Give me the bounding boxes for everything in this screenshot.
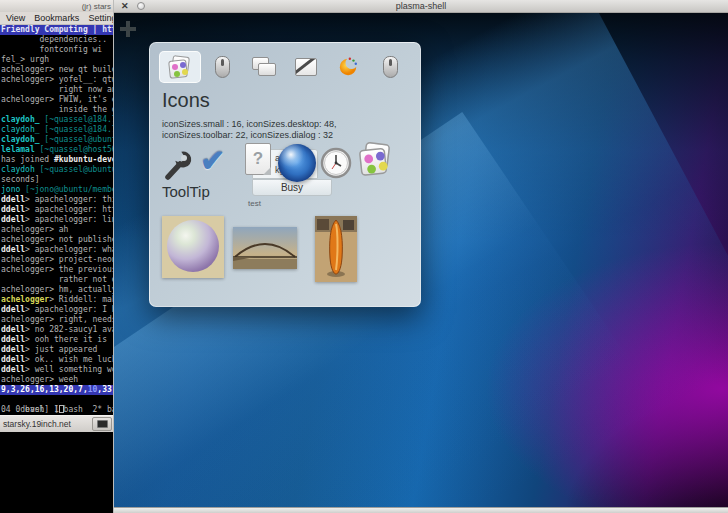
tab-icons[interactable]: [159, 51, 201, 83]
irc-line: achelogger> not published: [1, 235, 115, 245]
irc-line: claydoh_ [~quassel@ubuntu: [1, 135, 115, 145]
irc-line: fontconfig wi: [1, 45, 115, 55]
irc-line: ddell> apachelogger: line: [1, 215, 115, 225]
konsole-tabbar[interactable]: starsky.19inch.net: [0, 415, 115, 432]
mouse-icon: [215, 56, 230, 78]
plasma-shell-window: ✕ plasma-shell: [113, 0, 728, 513]
menu-item-view[interactable]: View: [6, 13, 25, 23]
icons-grid-icon: [169, 56, 191, 78]
new-terminal-button[interactable]: [92, 417, 112, 431]
irc-line: ddell> well something wor: [1, 365, 115, 375]
marble-thumbnail[interactable]: [162, 216, 224, 278]
notes-icon: [295, 58, 317, 76]
plasma-titlebar[interactable]: ✕ plasma-shell: [114, 0, 728, 13]
konsole-titlebar[interactable]: (jr) stars: [0, 0, 115, 12]
plasma-logo-icon: [337, 56, 359, 78]
konsole-title: (jr) stars: [82, 2, 111, 11]
irc-line: achelogger> FWIW, it's exa: [1, 95, 115, 105]
irc-line: jono [~jono@ubuntu/member: [1, 185, 115, 195]
tab-mouse-2[interactable]: [369, 51, 411, 83]
irc-line: ddell> no 282-saucy1 avail: [1, 325, 115, 335]
question-glyph: ?: [253, 149, 263, 169]
checkmark-icon: ✔: [200, 143, 225, 178]
plasma-desktop[interactable]: Icons iconSizes.small : 16, iconSizes.de…: [114, 13, 728, 507]
irc-topic-bar: Friendly Computing | htt: [0, 25, 115, 35]
mouse-icon: [383, 56, 398, 78]
irc-line: dependencies..: [1, 35, 115, 45]
menu-item-bookmarks[interactable]: Bookmarks: [34, 13, 79, 23]
icon-sizes-text: iconSizes.small : 16, iconSizes.desktop:…: [162, 119, 337, 141]
irc-line: claydoh_ [~quassel@184.75: [1, 115, 115, 125]
screen-status-bar: 04 0 bash 1 bash 2* bash: [0, 405, 115, 415]
dialog-tab-row: [159, 51, 411, 83]
irc-line: inside the qt5: [1, 105, 115, 115]
irc-line: achelogger> hm, actually: [1, 285, 115, 295]
irc-line: seconds]: [1, 175, 115, 185]
irc-line: rather not doi: [1, 275, 115, 285]
irc-line: achelogger> right, needs: [1, 315, 115, 325]
irc-line: achelogger> project-neon5-: [1, 255, 115, 265]
blue-marble-icon: [278, 144, 316, 182]
window-bottom-border: [114, 507, 728, 513]
icon-sizes-line2: iconSizes.toolbar: 22, iconSizes.dialog …: [162, 130, 337, 141]
marble-sphere: [167, 220, 219, 272]
tab-windows[interactable]: [243, 51, 285, 83]
wrench-icon: [160, 147, 196, 183]
irc-line: achelogger> yofel__: qtwe: [1, 75, 115, 85]
irc-line: achelogger> the previous: [1, 265, 115, 275]
window-title: plasma-shell: [114, 1, 728, 11]
tab-plasma[interactable]: [327, 51, 369, 83]
busy-label: Busy: [281, 182, 303, 193]
irc-line: ddell> just appeared: [1, 345, 115, 355]
bridge-photo-thumbnail[interactable]: [233, 227, 297, 269]
irc-line: ddell> ooh there it is: [1, 335, 115, 345]
konsole-tab-label[interactable]: starsky.19inch.net: [3, 419, 92, 429]
surfboard-photo-thumbnail[interactable]: [315, 216, 357, 282]
irc-line: ddell> ok.. wish me luck: [1, 355, 115, 365]
windows-icon: [252, 57, 276, 77]
tab-mouse[interactable]: [201, 51, 243, 83]
dialog-heading: Icons: [162, 89, 210, 112]
irc-line: ddell> apachelogger: what: [1, 245, 115, 255]
irc-line: achelogger> Riddell: make: [1, 295, 115, 305]
irc-line: claydoh_ [~quassel@184.75: [1, 125, 115, 135]
irc-line: has joined #kubuntu-devel: [1, 155, 115, 165]
icon-sizes-line1: iconSizes.small : 16, iconSizes.desktop:…: [162, 119, 337, 130]
tab-notes[interactable]: [285, 51, 327, 83]
irc-line: achelogger> weeh: [1, 375, 115, 385]
irc-line: ddell> apachelogger: I ha: [1, 305, 115, 315]
irc-line: ddell> apachelogger: this: [1, 195, 115, 205]
plasmoid-test-dialog: Icons iconSizes.small : 16, iconSizes.de…: [149, 42, 421, 307]
question-document-icon: ?: [245, 143, 271, 175]
konsole-menubar: ViewBookmarksSettings: [0, 12, 115, 25]
irc-chat-lines[interactable]: dependencies.. fontconfig wifel_> urghac…: [0, 35, 115, 385]
irc-line: fel_> urgh: [1, 55, 115, 65]
irc-line: right now anyw: [1, 85, 115, 95]
crosshair-cursor-icon: [120, 21, 136, 37]
irc-line: lelamal [~quassel@host56-: [1, 145, 115, 155]
irc-activity-bar: 9,3,26,16,13,20,7,10,33,11: [0, 385, 115, 395]
irc-line: claydoh [~quassel@ubuntu/m: [1, 165, 115, 175]
konsole-window: (jr) stars ViewBookmarksSettings Friendl…: [0, 0, 115, 513]
terminal-icon: [97, 420, 108, 428]
test-label: test: [248, 199, 261, 208]
irc-input-line[interactable]: devel] [: [0, 395, 115, 405]
irc-line: achelogger> ah: [1, 225, 115, 235]
tooltip-section-heading: ToolTip: [162, 183, 210, 200]
irc-line: ddell> apachelogger: http: [1, 205, 115, 215]
clock-icon: [320, 147, 352, 183]
menu-item-settings[interactable]: Settings: [88, 13, 115, 23]
irc-line: achelogger> new qt builds: [1, 65, 115, 75]
